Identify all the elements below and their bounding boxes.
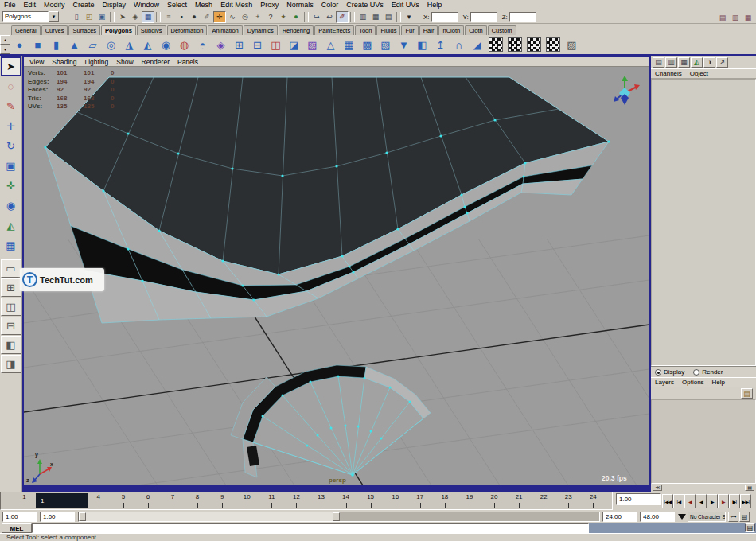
poly-plane-icon[interactable]: ▱: [84, 36, 102, 53]
current-time-field[interactable]: [616, 493, 661, 505]
smooth-icon[interactable]: ▨: [303, 36, 321, 53]
panel-menu-item[interactable]: Lighting: [80, 58, 112, 66]
range-slider-bar[interactable]: [79, 512, 340, 521]
make-live-button[interactable]: +: [251, 11, 264, 23]
render-flag-icon[interactable]: [546, 37, 560, 52]
frame-tick[interactable]: 17: [407, 492, 432, 509]
menu-item[interactable]: Edit: [20, 1, 41, 9]
layers-menu-item[interactable]: Options: [678, 379, 708, 386]
select-component-button[interactable]: ▦: [142, 11, 154, 23]
menu-item[interactable]: Help: [423, 1, 446, 9]
character-set-selector[interactable]: No Character Set: [688, 512, 726, 522]
toggle-tool-settings-button[interactable]: ▥: [729, 11, 742, 23]
display-radio[interactable]: [655, 369, 661, 376]
output-connections-button[interactable]: ↩: [323, 11, 336, 23]
create-empty-layer-button[interactable]: ▤: [741, 388, 753, 399]
frame-tick[interactable]: 7: [160, 492, 185, 509]
reduce-icon[interactable]: ▼: [395, 36, 413, 53]
poly-pyramid-icon[interactable]: ◭: [138, 36, 157, 53]
poly-cylinder-icon[interactable]: ▮: [47, 36, 65, 53]
select-tool[interactable]: ➤: [1, 56, 21, 76]
render-settings-button[interactable]: ▤: [382, 11, 395, 23]
poly-cone-icon[interactable]: ▲: [65, 36, 84, 53]
shelf-tab[interactable]: Toon: [355, 25, 376, 35]
soft-modification-tool[interactable]: ◉: [1, 196, 21, 216]
scale-tool[interactable]: ▣: [1, 156, 21, 176]
poly-platonic-icon[interactable]: ◈: [212, 36, 230, 53]
frame-tick[interactable]: 15: [358, 492, 383, 509]
poly-soccerball-icon[interactable]: ◓: [193, 36, 212, 53]
selection-mask-menu-button[interactable]: ▾: [403, 11, 415, 23]
shelf-tab[interactable]: Surfaces: [68, 25, 100, 35]
mirror-geometry-icon[interactable]: ◧: [413, 36, 431, 53]
animation-end-field[interactable]: [640, 512, 675, 522]
frame-tick[interactable]: 12: [284, 492, 309, 509]
current-frame-indicator[interactable]: 1: [36, 493, 88, 508]
pick-arrow-button[interactable]: ↗: [716, 57, 728, 68]
menu-item[interactable]: Mesh: [191, 1, 216, 9]
move-tool[interactable]: ✛: [1, 116, 21, 136]
menu-item[interactable]: Display: [99, 1, 131, 9]
cleanup-icon[interactable]: ▧: [376, 36, 395, 53]
symmetry-toggle-button[interactable]: ≡: [162, 11, 175, 23]
layers-menu-item[interactable]: Layers: [651, 379, 678, 386]
frame-tick[interactable]: 21: [507, 492, 532, 509]
frame-tick[interactable]: 14: [333, 492, 358, 509]
poly-sphere-icon[interactable]: ●: [10, 36, 29, 53]
shelf-tab[interactable]: Custom: [488, 25, 516, 35]
playback-end-field[interactable]: [602, 512, 637, 522]
universal-manipulator-tool[interactable]: ✜: [1, 176, 21, 196]
lock-selection-button[interactable]: ✦: [277, 11, 290, 23]
menu-item[interactable]: Edit Mesh: [216, 1, 256, 9]
perspective-viewport[interactable]: ViewShadingLightingShowRendererPanels: [22, 56, 651, 487]
fan-mesh[interactable]: [231, 365, 431, 477]
shelf-tab[interactable]: nCloth: [438, 25, 464, 35]
poly-torus-icon[interactable]: ◎: [102, 36, 120, 53]
layout-three-pane-button[interactable]: ◧: [1, 336, 21, 354]
panel-menu-item[interactable]: Renderer: [138, 58, 173, 66]
toggle-attribute-editor-button[interactable]: ▤: [716, 11, 729, 23]
open-scene-button[interactable]: ◰: [83, 11, 95, 23]
auto-keyframe-toggle[interactable]: ⊶: [728, 512, 738, 522]
layout-outliner-persp-button[interactable]: ◨: [1, 355, 21, 373]
panel-menu-item[interactable]: Shading: [48, 58, 80, 66]
manipulator-link-button[interactable]: ◭: [691, 57, 703, 68]
channel-box-area[interactable]: [651, 79, 756, 366]
extract-icon[interactable]: ◫: [267, 36, 285, 53]
speed-control-button[interactable]: ◑: [703, 57, 715, 68]
animation-start-field[interactable]: [2, 512, 37, 522]
range-handle-left[interactable]: [79, 512, 86, 521]
shelf-tab[interactable]: Deformation: [167, 25, 208, 35]
toggle-channel-box-button[interactable]: ▦: [742, 11, 754, 23]
range-handle-right[interactable]: [333, 512, 340, 521]
step-back-key-button[interactable]: ◀: [684, 494, 696, 508]
highlight-selection-button[interactable]: ●: [290, 11, 302, 23]
save-scene-button[interactable]: ▣: [95, 11, 108, 23]
frame-tick[interactable]: 1: [12, 492, 37, 509]
play-forwards-button[interactable]: ▶: [707, 494, 718, 508]
shelf-editor-icon[interactable]: ▨: [563, 36, 581, 53]
shelf-tab[interactable]: Hair: [419, 25, 438, 35]
show-manipulator-tool[interactable]: ◭: [1, 216, 21, 235]
mask-square-button[interactable]: ▪: [175, 11, 188, 23]
shelf-tab[interactable]: Fluids: [376, 25, 400, 35]
play-backwards-button[interactable]: ◀: [696, 494, 707, 508]
render-radio[interactable]: [693, 369, 699, 376]
frame-tick[interactable]: 18: [432, 492, 457, 509]
frame-tick[interactable]: 22: [532, 492, 556, 509]
panel-menu-item[interactable]: Panels: [173, 58, 202, 66]
frame-tick[interactable]: 11: [259, 492, 284, 509]
chevron-down-icon[interactable]: ▼: [49, 11, 59, 22]
layout-two-pane-stacked-button[interactable]: ⊟: [1, 317, 21, 335]
menu-set-value[interactable]: Polygons: [2, 11, 49, 22]
render-flag-icon[interactable]: [527, 37, 541, 52]
frame-tick[interactable]: 6: [135, 492, 160, 509]
step-forward-frame-button[interactable]: ▶|: [729, 494, 740, 508]
shelf-tab[interactable]: Animation: [208, 25, 242, 35]
menu-item[interactable]: Create: [69, 1, 99, 9]
shelf-tab[interactable]: General: [11, 25, 41, 35]
quick-help-button[interactable]: ?: [264, 11, 277, 23]
poly-cube-icon[interactable]: ■: [29, 36, 47, 53]
input-connections-button[interactable]: ↪: [310, 11, 323, 23]
time-slider-ruler[interactable]: 123456789101112131415161718192021222324 …: [0, 492, 613, 510]
